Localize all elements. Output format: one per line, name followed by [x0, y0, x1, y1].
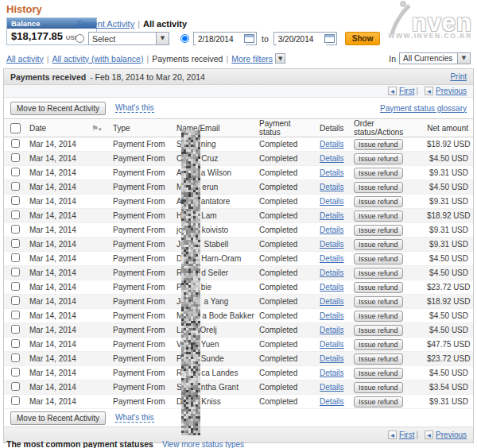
details-link[interactable]: Details — [320, 311, 344, 320]
filter-all-activity-balance[interactable]: All activity (with balance) — [52, 54, 143, 64]
issue-refund-button[interactable]: Issue refund — [354, 153, 403, 164]
row-checkbox[interactable] — [11, 196, 20, 205]
details-link[interactable]: Details — [320, 326, 344, 334]
whats-this-link[interactable]: What's this — [115, 103, 154, 113]
details-link[interactable]: Details — [320, 268, 344, 277]
issue-refund-button[interactable]: Issue refund — [354, 382, 403, 393]
view-more-status-types-link[interactable]: View more status types — [162, 440, 244, 448]
issue-refund-button[interactable]: Issue refund — [354, 168, 403, 179]
details-link[interactable]: Details — [320, 340, 344, 349]
details-link[interactable]: Details — [320, 383, 344, 392]
move-to-recent-button[interactable]: Move to Recent Activity — [10, 411, 106, 425]
cell-flag — [88, 395, 110, 409]
issue-refund-button[interactable]: Issue refund — [354, 339, 403, 350]
first-link[interactable]: First — [399, 431, 414, 439]
row-checkbox[interactable] — [11, 153, 20, 162]
row-checkbox[interactable] — [11, 368, 20, 377]
row-checkbox[interactable] — [11, 253, 20, 262]
row-checkbox[interactable] — [11, 382, 20, 391]
issue-refund-button[interactable]: Issue refund — [354, 253, 403, 265]
details-link[interactable]: Details — [320, 140, 344, 149]
details-link[interactable]: Details — [320, 154, 344, 163]
cell-actions: Issue refund — [351, 366, 424, 380]
name-suffix: a Yang — [204, 297, 229, 306]
details-link[interactable]: Details — [320, 168, 344, 177]
table-header-row: Date ⚑▾ Type Name/Email Payment status D… — [4, 119, 473, 137]
details-link[interactable]: Details — [320, 397, 344, 406]
issue-refund-button[interactable]: Issue refund — [354, 225, 403, 236]
filter-all-activity[interactable]: All activity — [6, 54, 44, 64]
table-row: Mar 14, 2014Payment FromRca LandesComple… — [4, 366, 473, 380]
details-link[interactable]: Details — [320, 283, 344, 292]
more-filters-dropdown-icon[interactable]: ▼ — [275, 53, 285, 64]
details-link[interactable]: Details — [320, 297, 344, 306]
flag-dropdown-icon[interactable]: ▾ — [99, 126, 102, 133]
row-checkbox[interactable] — [11, 311, 20, 319]
issue-refund-button[interactable]: Issue refund — [354, 210, 403, 222]
preset-select[interactable]: Select ▼ — [88, 32, 169, 45]
first-page-icon[interactable]: ◀ — [388, 87, 397, 95]
issue-refund-button[interactable]: Issue refund — [354, 325, 403, 336]
row-checkbox[interactable] — [11, 239, 20, 248]
preset-radio[interactable] — [76, 34, 84, 43]
issue-refund-button[interactable]: Issue refund — [354, 139, 403, 150]
row-checkbox[interactable] — [11, 225, 20, 234]
date-range-radio[interactable] — [180, 34, 189, 43]
row-checkbox[interactable] — [11, 268, 20, 276]
details-link[interactable]: Details — [320, 240, 344, 249]
previous-page-icon[interactable]: ◀ — [425, 87, 433, 95]
first-page-icon[interactable]: ◀ — [388, 431, 397, 439]
table-row: Mar 14, 2014Payment FromMa Bode BakkerCo… — [4, 309, 473, 323]
issue-refund-button[interactable]: Issue refund — [354, 353, 403, 365]
details-link[interactable]: Details — [320, 354, 344, 363]
details-link[interactable]: Details — [320, 369, 344, 377]
issue-refund-button[interactable]: Issue refund — [354, 239, 403, 250]
row-checkbox[interactable] — [11, 296, 20, 305]
calendar-icon[interactable] — [244, 34, 254, 43]
row-checkbox[interactable] — [11, 325, 20, 334]
issue-refund-button[interactable]: Issue refund — [354, 396, 403, 407]
row-checkbox[interactable] — [11, 282, 20, 291]
issue-refund-button[interactable]: Issue refund — [354, 182, 403, 193]
row-checkbox[interactable] — [11, 182, 20, 191]
details-link[interactable]: Details — [320, 254, 344, 263]
details-link[interactable]: Details — [320, 226, 344, 234]
cell-flag — [88, 137, 110, 152]
details-link[interactable]: Details — [320, 197, 344, 206]
cell-status: Completed — [256, 152, 316, 166]
print-link[interactable]: Print — [450, 72, 467, 81]
flag-icon[interactable]: ⚑ — [91, 124, 99, 133]
issue-refund-button[interactable]: Issue refund — [354, 268, 403, 279]
issue-refund-button[interactable]: Issue refund — [354, 196, 403, 207]
cell-details: Details — [316, 280, 351, 295]
more-filters-link[interactable]: More filters — [231, 54, 273, 64]
issue-refund-button[interactable]: Issue refund — [354, 296, 403, 307]
row-checkbox[interactable] — [11, 168, 20, 176]
date-to-input[interactable] — [277, 33, 326, 45]
select-all-checkbox[interactable] — [10, 123, 21, 133]
date-from-input[interactable] — [196, 33, 246, 45]
previous-link[interactable]: Previous — [436, 431, 467, 439]
tab-recent-activity[interactable]: Recent Activity — [77, 19, 134, 29]
row-checkbox[interactable] — [11, 339, 20, 348]
payment-status-glossary-link[interactable]: Payment status glossary — [380, 104, 467, 113]
issue-refund-button[interactable]: Issue refund — [354, 282, 403, 293]
chevron-down-icon[interactable]: ▼ — [457, 53, 470, 64]
details-link[interactable]: Details — [320, 211, 344, 220]
whats-this-link[interactable]: What's this — [115, 413, 154, 423]
details-link[interactable]: Details — [320, 183, 344, 191]
row-checkbox[interactable] — [11, 139, 20, 148]
first-link[interactable]: First — [399, 87, 414, 95]
issue-refund-button[interactable]: Issue refund — [354, 311, 403, 322]
row-checkbox[interactable] — [11, 353, 20, 362]
calendar-icon[interactable] — [324, 34, 335, 43]
row-checkbox[interactable] — [11, 210, 20, 219]
currency-select[interactable]: All Currencies ▼ — [399, 52, 471, 64]
previous-page-icon[interactable]: ◀ — [425, 431, 433, 439]
cell-actions: Issue refund — [351, 209, 424, 223]
issue-refund-button[interactable]: Issue refund — [354, 368, 403, 379]
chevron-down-icon[interactable]: ▼ — [156, 33, 169, 44]
previous-link[interactable]: Previous — [436, 87, 467, 95]
move-to-recent-button[interactable]: Move to Recent Activity — [10, 102, 106, 115]
row-checkbox[interactable] — [11, 396, 20, 405]
